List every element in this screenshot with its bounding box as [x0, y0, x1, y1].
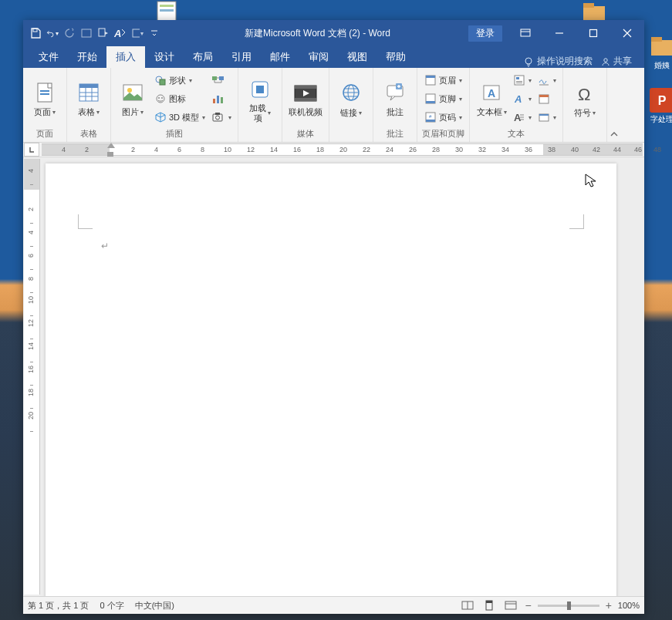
icons-button[interactable]: 图标: [153, 90, 207, 107]
tab-insert[interactable]: 插入: [106, 46, 145, 68]
svg-rect-37: [215, 113, 220, 115]
footer-button[interactable]: 页脚▾: [423, 90, 464, 107]
zoom-in[interactable]: +: [606, 599, 612, 612]
chart-button[interactable]: [210, 90, 233, 107]
redo-icon[interactable]: [63, 27, 76, 39]
ppt-icon: P: [650, 88, 672, 113]
pictures-button[interactable]: 图片▾: [116, 79, 150, 117]
svg-rect-19: [40, 90, 49, 92]
wordart-icon: A: [513, 93, 525, 105]
tab-selector[interactable]: [24, 143, 39, 157]
zoom-slider[interactable]: [538, 605, 599, 607]
icons-label: 图标: [169, 93, 186, 105]
desktop-icon[interactable]: P 字处理: [647, 88, 672, 125]
tab-file[interactable]: 文件: [29, 46, 68, 68]
page[interactable]: ↵: [46, 163, 616, 596]
tab-references[interactable]: 引用: [222, 46, 261, 68]
slider-thumb[interactable]: [567, 601, 571, 610]
qat-icon[interactable]: [80, 27, 93, 39]
svg-rect-22: [79, 84, 98, 88]
tab-home[interactable]: 开始: [68, 46, 106, 68]
object-button[interactable]: ▾: [536, 109, 558, 126]
3dmodel-button[interactable]: 3D 模型▾: [153, 109, 207, 126]
tab-mailings[interactable]: 邮件: [261, 46, 299, 68]
share-icon: [600, 56, 611, 67]
login-button[interactable]: 登录: [468, 25, 502, 42]
qat-more-icon[interactable]: [148, 27, 160, 39]
group-label: 文本: [508, 126, 525, 142]
links-button[interactable]: 链接▾: [334, 80, 368, 118]
qat-icon[interactable]: [97, 27, 110, 39]
indent-marker[interactable]: [107, 143, 115, 148]
comment-button[interactable]: 批注: [378, 79, 412, 117]
tab-review[interactable]: 审阅: [299, 46, 338, 68]
ruler-tick: 2: [131, 146, 135, 153]
signature-icon: [538, 74, 550, 86]
wordart-button[interactable]: A▾: [512, 90, 533, 107]
datetime-button[interactable]: [536, 90, 558, 107]
video-button[interactable]: 联机视频: [287, 79, 324, 117]
addins-button[interactable]: 加载 项▾: [243, 76, 277, 123]
sigline-button[interactable]: ▾: [536, 72, 558, 89]
video-label: 联机视频: [289, 107, 322, 117]
svg-rect-41: [295, 86, 316, 89]
undo-icon[interactable]: ▾: [46, 27, 59, 39]
web-layout-icon[interactable]: [503, 599, 518, 612]
symbols-button[interactable]: Ω 符号▾: [568, 80, 602, 118]
tab-help[interactable]: 帮助: [377, 46, 415, 68]
save-icon[interactable]: [29, 27, 42, 39]
clear-format-icon[interactable]: A: [114, 27, 127, 39]
paragraph-mark: ↵: [101, 241, 109, 251]
ruler-tick: 4: [62, 146, 66, 153]
document-pane[interactable]: ↵: [41, 157, 644, 596]
status-words[interactable]: 0 个字: [100, 600, 123, 612]
pagenum-label: 页码: [439, 112, 456, 123]
ruler-tick: 42: [593, 146, 600, 153]
app-name: Word: [369, 28, 390, 39]
status-page[interactable]: 第 1 页，共 1 页: [28, 600, 89, 612]
status-lang[interactable]: 中文(中国): [135, 600, 174, 612]
tab-layout[interactable]: 布局: [184, 46, 222, 68]
ruler-h-track[interactable]: 4224681012141618202224262830323436384042…: [42, 143, 643, 156]
table-button[interactable]: 表格▾: [72, 79, 106, 117]
tab-design[interactable]: 设计: [145, 46, 184, 68]
ruler-vertical[interactable]: 42468101214161820: [24, 159, 40, 595]
dropcap-button[interactable]: A▾: [512, 109, 533, 126]
pagenum-button[interactable]: #页码▾: [423, 109, 464, 126]
svg-rect-53: [426, 120, 435, 122]
maximize-button[interactable]: [576, 20, 610, 46]
ruler-horizontal[interactable]: 4224681012141618202224262830323436384042…: [23, 143, 644, 157]
ribbon: 页面▾ 页面 表格▾ 表格 图片▾: [23, 68, 644, 143]
textbox-button[interactable]: A 文本框▾: [474, 79, 508, 117]
read-mode-icon[interactable]: [460, 599, 475, 612]
shapes-button[interactable]: 形状▾: [153, 72, 207, 89]
ruler-tick: 40: [571, 146, 579, 153]
quickparts-button[interactable]: ▾: [512, 72, 533, 89]
tell-me[interactable]: 操作说明搜索: [523, 55, 593, 68]
desktop-icon[interactable]: 婚姨: [647, 34, 672, 71]
collapse-ribbon-icon[interactable]: [607, 68, 621, 142]
group-symbols: Ω 符号▾: [563, 68, 607, 142]
svg-rect-35: [213, 114, 222, 121]
table-label: 表格: [78, 107, 95, 117]
textbox-label: 文本框: [477, 107, 502, 117]
ruler-tick: 18: [27, 389, 35, 396]
group-label: 表格: [80, 126, 97, 142]
share-button[interactable]: 共享: [600, 55, 632, 68]
pagenum-icon: #: [424, 111, 437, 123]
tab-view[interactable]: 视图: [338, 46, 377, 68]
svg-rect-39: [256, 86, 264, 93]
minimize-button[interactable]: [542, 20, 576, 46]
screenshot-button[interactable]: ▾: [210, 109, 233, 126]
close-button[interactable]: [610, 20, 644, 46]
zoom-out[interactable]: −: [525, 599, 531, 612]
smartart-button[interactable]: [210, 72, 233, 89]
ribbon-display-icon[interactable]: [508, 20, 542, 46]
zoom-level[interactable]: 100%: [618, 601, 640, 610]
pages-button[interactable]: 页面▾: [28, 79, 62, 117]
print-layout-icon[interactable]: [481, 599, 497, 612]
indent-marker[interactable]: [107, 152, 113, 157]
qat-icon[interactable]: ▾: [131, 27, 144, 39]
header-button[interactable]: 页眉▾: [423, 72, 464, 89]
textbox-icon: A: [481, 81, 502, 106]
